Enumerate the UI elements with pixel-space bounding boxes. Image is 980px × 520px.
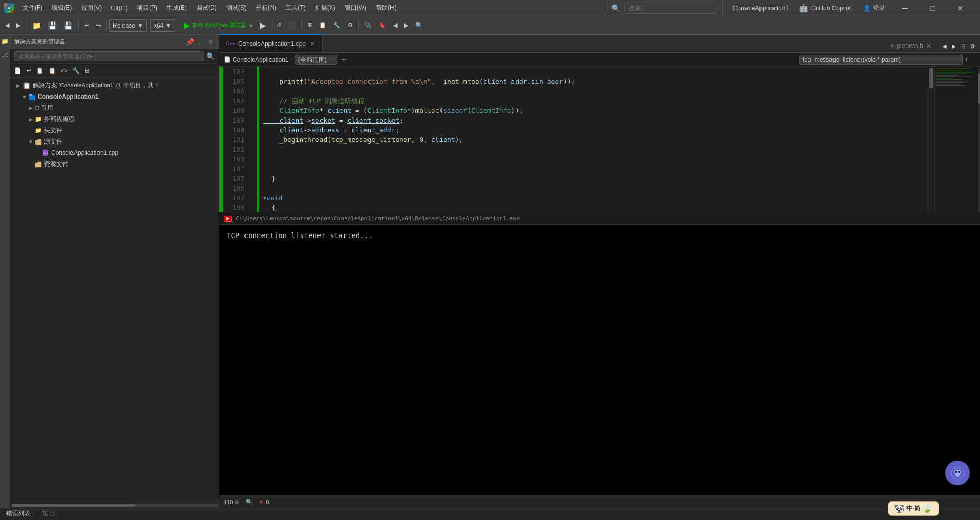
menu-tools[interactable]: 工具(T) <box>281 2 309 14</box>
platform-dropdown[interactable]: x64 ▼ <box>150 19 175 32</box>
tree-headers[interactable]: 📁 头文件 <box>10 125 219 136</box>
tree-external-deps[interactable]: ▶ 📁 外部依赖项 <box>10 113 219 125</box>
tree-sources-toggle[interactable]: ▼ <box>27 139 35 145</box>
breadcrumb-file[interactable]: 📄 ConsoleApplication1 <box>224 56 288 63</box>
breadcrumb-add-btn[interactable]: + <box>341 55 346 64</box>
toolbar-btn3[interactable]: 🔧 <box>330 18 344 33</box>
redo-btn[interactable]: ↪ <box>93 18 104 33</box>
panel-tab-output[interactable]: 输出 <box>37 507 61 520</box>
config-dropdown[interactable]: Release ▼ <box>109 19 147 32</box>
tab-action-2[interactable]: ▶ <box>950 40 958 52</box>
solution-search-icon[interactable]: 🔍 <box>206 52 215 60</box>
menu-test[interactable]: 测试(S) <box>222 2 251 14</box>
save-all-btn[interactable]: 💾 <box>61 18 76 33</box>
menu-extensions[interactable]: 扩展(X) <box>311 2 339 14</box>
tree-btn4[interactable]: 📋 <box>46 65 58 76</box>
menu-analyze[interactable]: 分析(N) <box>252 2 281 14</box>
copilot-fab[interactable] <box>945 461 970 485</box>
menu-file[interactable]: 文件(F) <box>18 2 46 14</box>
restart-btn[interactable]: ↺ <box>274 18 284 33</box>
undo-btn[interactable]: ↩ <box>81 18 92 33</box>
menu-project[interactable]: 项目(P) <box>133 2 161 14</box>
code-line-185: printf("Accepted connection from %s\n", … <box>263 77 924 86</box>
menu-view[interactable]: 视图(V) <box>77 2 106 14</box>
code-line-187: // 启动 TCP 消息监听线程 <box>263 96 924 106</box>
new-project-btn[interactable]: 📁 <box>29 18 44 33</box>
toolbar-btn4[interactable]: ⚙ <box>345 18 356 33</box>
minimap-line-2 <box>936 70 962 71</box>
toolbar-btn2[interactable]: 📋 <box>316 18 329 33</box>
menu-debug[interactable]: 调试(D) <box>192 2 221 14</box>
tree-external-toggle[interactable]: ▶ <box>27 116 35 122</box>
tree-btn5[interactable]: <> <box>59 65 69 76</box>
toolbar-btn6[interactable]: 🔖 <box>376 18 389 33</box>
menu-edit[interactable]: 编辑(E) <box>47 2 76 14</box>
toolbar-btn8[interactable]: ▶ <box>401 18 411 33</box>
function-dropdown[interactable]: tcp_message_listener(void * param) <box>799 55 963 65</box>
ime-indicator[interactable]: 🐼 中·简 🍃 <box>888 501 939 516</box>
toolbar-btn1[interactable]: ⊞ <box>304 18 315 33</box>
ln-197: 197 <box>227 193 244 203</box>
close-sidebar-icon[interactable]: ✕ <box>207 37 215 47</box>
editor-vscroll-thumb <box>929 68 933 88</box>
tree-btn2[interactable]: ↩ <box>24 65 33 76</box>
tree-sources[interactable]: ▼ 源文件 <box>10 136 219 147</box>
run-btn[interactable]: ▶ <box>258 19 268 31</box>
code-line-194 <box>263 164 924 174</box>
sep1 <box>26 20 27 31</box>
toolbar-btn7[interactable]: ◀ <box>390 18 400 33</box>
code-line-190: client->address = client_addr; <box>263 125 924 135</box>
tab-split-btn[interactable]: ⊟ <box>959 40 967 52</box>
github-copilot-btn[interactable]: 🤖 GitHub Copilot <box>795 3 855 13</box>
ln-185: 185 <box>227 77 244 86</box>
forward-btn[interactable]: ▶ <box>13 18 23 33</box>
login-btn[interactable]: 👤 登录 <box>859 4 889 12</box>
search-input[interactable] <box>624 3 716 14</box>
tab-process-h[interactable]: H process.h ✕ <box>886 40 938 52</box>
menu-window[interactable]: 窗口(W) <box>340 2 371 14</box>
menu-help[interactable]: 帮助(H) <box>372 2 401 14</box>
minimap-line-11 <box>936 84 960 85</box>
pin-icon[interactable]: 📌 <box>185 37 195 47</box>
maximize-btn[interactable]: □ <box>921 0 944 16</box>
tab-cpp[interactable]: C++ ConsoleApplication1.cpp ✕ <box>219 34 322 52</box>
activity-explorer[interactable]: 📁 <box>1 37 10 46</box>
activity-git[interactable]: ⎇ <box>1 50 10 59</box>
save-btn[interactable]: 💾 <box>45 18 60 33</box>
breadcrumb-action-btn[interactable]: + <box>965 54 976 65</box>
tree-solution-toggle[interactable]: ▶ <box>14 83 22 88</box>
sep5 <box>271 20 271 31</box>
menu-build[interactable]: 生成(B) <box>162 2 191 14</box>
tree-btn1[interactable]: 📄 <box>12 65 23 76</box>
misc-btn[interactable]: ⬛ <box>285 18 299 33</box>
breadcrumb-scope-dropdown[interactable]: (全局范围) <box>295 55 337 65</box>
back-btn[interactable]: ◀ <box>2 18 12 33</box>
tree-project-toggle[interactable]: ▼ <box>20 94 29 100</box>
tree-solution[interactable]: ▶ 📋 解决方案 'ConsoleApplication1' (1 个项目，共 … <box>10 80 219 91</box>
sidebar-hscroll-track <box>11 504 218 507</box>
tree-btn6[interactable]: 🔧 <box>70 65 82 76</box>
error-icon: ✕ <box>259 499 264 506</box>
panel-tab-errors[interactable]: 错误列表 <box>0 507 37 520</box>
minimize-btn[interactable]: ─ <box>893 0 917 16</box>
zoom-btn[interactable]: 🔍 <box>243 497 255 507</box>
solution-search-input[interactable] <box>14 51 204 61</box>
tree-btn7[interactable]: ⊞ <box>83 65 91 76</box>
ref-icon: ⊡ <box>35 105 39 111</box>
auto-hide-icon[interactable]: ─ <box>198 37 205 47</box>
tab-action-1[interactable]: ◀ <box>941 40 949 52</box>
menu-git[interactable]: Git(G) <box>107 3 132 14</box>
run-local-btn[interactable]: ▶ 本地 Windows 调试器 ▼ <box>181 18 257 33</box>
tree-references-toggle[interactable]: ▶ <box>27 105 35 111</box>
toolbar-btn5[interactable]: 📎 <box>361 18 375 33</box>
tree-btn3[interactable]: 📋 <box>34 65 45 76</box>
tab-cpp-close[interactable]: ✕ <box>309 40 316 48</box>
tree-project[interactable]: ▼ ConsoleApplication1 <box>10 91 219 102</box>
tree-references[interactable]: ▶ ⊡ 引用 <box>10 102 219 113</box>
tab-process-h-close[interactable]: ✕ <box>925 42 933 50</box>
tree-resource-file[interactable]: 资源文件 <box>10 158 219 170</box>
tree-cpp-file[interactable]: C++ ConsoleApplication1.cpp <box>10 147 219 158</box>
tab-settings-btn[interactable]: ⚙ <box>968 40 977 52</box>
close-btn[interactable]: ✕ <box>948 0 972 16</box>
toolbar-btn9[interactable]: 🔍 <box>412 18 426 33</box>
